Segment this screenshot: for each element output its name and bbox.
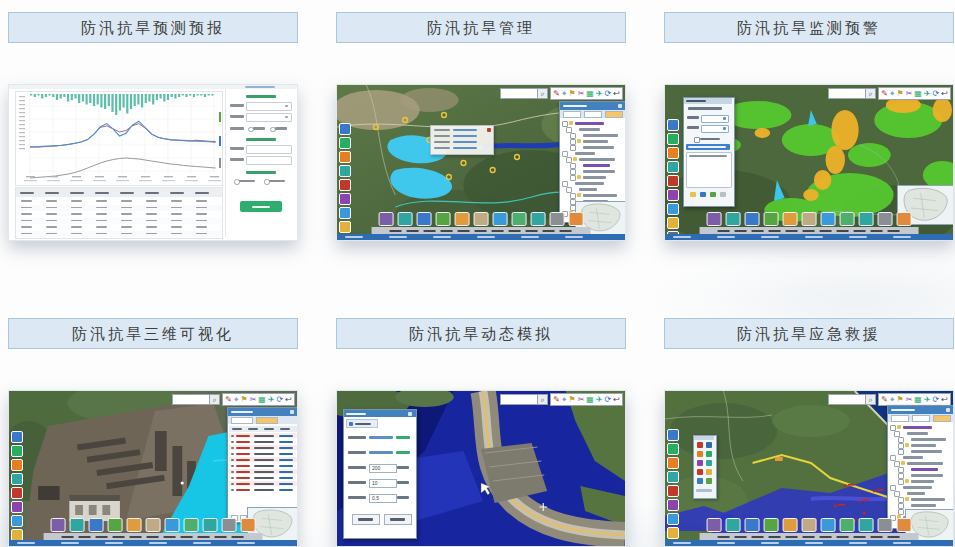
- text-input[interactable]: [246, 145, 292, 154]
- flag-icon[interactable]: ⚑: [896, 395, 903, 405]
- search-input[interactable]: ⌕: [500, 88, 548, 99]
- layers-icon[interactable]: ▦: [258, 395, 266, 405]
- chart-area[interactable]: [15, 91, 223, 186]
- dock-app-icon[interactable]: [569, 212, 584, 226]
- tool-icon[interactable]: [11, 459, 23, 471]
- panel-title-management[interactable]: 防汛抗旱管理: [336, 12, 626, 43]
- tool-icon[interactable]: [11, 515, 23, 527]
- dock-app-icon[interactable]: [840, 518, 855, 532]
- tool-icon[interactable]: [667, 527, 679, 539]
- draw-pen-icon[interactable]: ✎: [225, 395, 232, 405]
- dock-app-icon[interactable]: [89, 518, 104, 532]
- measure-icon[interactable]: ⌖: [562, 89, 567, 99]
- clip-icon[interactable]: ✂: [906, 395, 913, 405]
- picked-status-link[interactable]: [396, 451, 410, 454]
- date-input[interactable]: [701, 115, 729, 123]
- result-list[interactable]: [686, 152, 732, 188]
- dock-app-icon[interactable]: [878, 212, 893, 226]
- measure-icon[interactable]: ⌖: [234, 395, 239, 405]
- dock-app-icon[interactable]: [764, 212, 779, 226]
- panel-title-forecast[interactable]: 防汛抗旱预测预报: [8, 12, 298, 43]
- tree-tab[interactable]: [933, 415, 951, 422]
- dock-app-icon[interactable]: [840, 212, 855, 226]
- search-input[interactable]: ⌕: [172, 394, 220, 405]
- dock-app-icon[interactable]: [51, 518, 66, 532]
- locate-link[interactable]: [279, 441, 293, 443]
- tree-tab[interactable]: [584, 111, 602, 118]
- simulation-dialog[interactable]: 200100.5: [343, 409, 417, 539]
- station-row[interactable]: [229, 451, 297, 456]
- tool-icon[interactable]: [667, 133, 679, 145]
- draw-pen-icon[interactable]: ✎: [881, 395, 888, 405]
- tool-icon[interactable]: [11, 473, 23, 485]
- dock-app-icon[interactable]: [821, 518, 836, 532]
- panel-title-visualization[interactable]: 防汛抗旱三维可视化: [8, 318, 298, 349]
- search-icon[interactable]: ⌕: [537, 89, 547, 98]
- tree-item[interactable]: [890, 485, 952, 490]
- dock-app-icon[interactable]: [531, 212, 546, 226]
- tool-icon[interactable]: [667, 217, 679, 229]
- value-input[interactable]: 10: [369, 479, 397, 488]
- tree-tab[interactable]: [912, 415, 930, 422]
- dock-app-icon[interactable]: [493, 212, 508, 226]
- locate-link[interactable]: [279, 489, 293, 491]
- tree-item[interactable]: [562, 175, 624, 180]
- refresh-icon[interactable]: ⟳: [933, 395, 940, 405]
- tool-icon[interactable]: [667, 189, 679, 201]
- tool-icon[interactable]: [667, 161, 679, 173]
- dock-app-icon[interactable]: [821, 212, 836, 226]
- submit-button[interactable]: [240, 201, 282, 212]
- dock-app-icon[interactable]: [184, 518, 199, 532]
- search-icon[interactable]: ⌕: [865, 395, 875, 404]
- tool-icon[interactable]: [339, 207, 351, 219]
- legend-icon[interactable]: [690, 192, 696, 197]
- search-input[interactable]: ⌕: [828, 394, 876, 405]
- dock-app-icon[interactable]: [707, 212, 722, 226]
- table-row[interactable]: [16, 224, 222, 230]
- dialog-button[interactable]: [352, 514, 380, 525]
- forecast-screenshot[interactable]: [8, 84, 298, 241]
- measure-icon[interactable]: ⌖: [562, 395, 567, 405]
- dock-app-icon[interactable]: [859, 212, 874, 226]
- station-row[interactable]: [229, 487, 297, 492]
- tool-icon[interactable]: [667, 485, 679, 497]
- tool-icon[interactable]: [339, 123, 351, 135]
- tree-item[interactable]: [890, 479, 952, 484]
- monitoring-screenshot[interactable]: ⌕✎⌖⚑✂▦✈⟳↩: [664, 84, 954, 241]
- tool-icon[interactable]: [339, 193, 351, 205]
- station-row[interactable]: [229, 463, 297, 468]
- station-row[interactable]: [229, 439, 297, 444]
- undo-arrow-icon[interactable]: ↩: [613, 89, 620, 99]
- tool-icon[interactable]: [667, 175, 679, 187]
- pick-link[interactable]: [369, 451, 393, 454]
- clip-icon[interactable]: ✂: [906, 89, 913, 99]
- locate-icon[interactable]: ✈: [924, 395, 931, 405]
- dock-app-icon[interactable]: [897, 212, 912, 226]
- locate-icon[interactable]: ✈: [268, 395, 275, 405]
- tool-icon[interactable]: [667, 513, 679, 525]
- tool-icon[interactable]: [667, 471, 679, 483]
- panel-title-simulation[interactable]: 防汛抗旱动态模拟: [336, 318, 626, 349]
- tool-icon[interactable]: [339, 165, 351, 177]
- tool-icon[interactable]: [667, 499, 679, 511]
- select-input[interactable]: [246, 113, 292, 122]
- tree-item[interactable]: [890, 455, 952, 460]
- layers-icon[interactable]: ▦: [586, 395, 594, 405]
- search-input[interactable]: ⌕: [500, 394, 548, 405]
- dock-app-icon[interactable]: [512, 212, 527, 226]
- dock-app-icon[interactable]: [802, 212, 817, 226]
- palette-icon[interactable]: [697, 451, 703, 457]
- station-row[interactable]: [229, 445, 297, 450]
- dock-app-icon[interactable]: [203, 518, 218, 532]
- legend-icon[interactable]: [700, 192, 706, 197]
- dock-app-icon[interactable]: [222, 518, 237, 532]
- tool-icon[interactable]: [667, 457, 679, 469]
- dock-app-icon[interactable]: [707, 518, 722, 532]
- tree-item[interactable]: [562, 163, 624, 168]
- pick-link[interactable]: [369, 436, 393, 439]
- dialog-button[interactable]: [384, 514, 412, 525]
- search-icon[interactable]: ⌕: [537, 395, 547, 404]
- dock-app-icon[interactable]: [859, 518, 874, 532]
- refresh-icon[interactable]: ⟳: [933, 89, 940, 99]
- locate-link[interactable]: [279, 453, 293, 455]
